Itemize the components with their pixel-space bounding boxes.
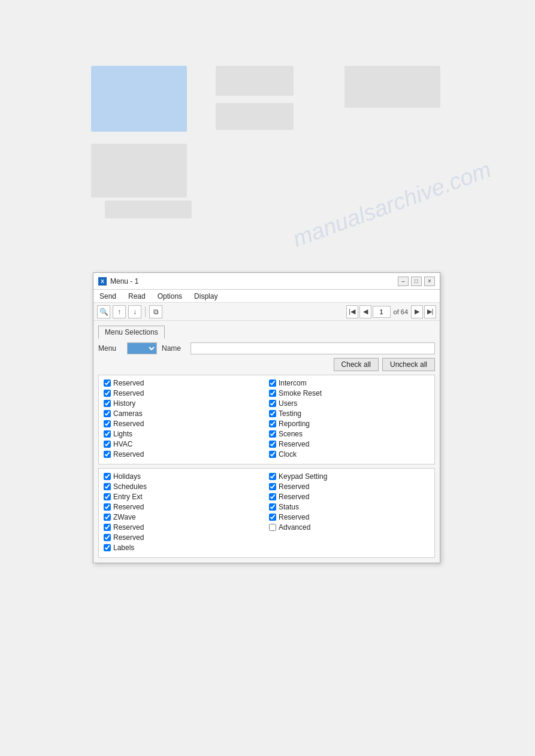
menu-read[interactable]: Read xyxy=(126,291,148,302)
title-bar: X Menu - 1 – □ × xyxy=(93,273,440,290)
bg-placeholder-1 xyxy=(91,66,187,132)
cb-entry-ext[interactable]: Entry Ext xyxy=(104,493,264,501)
cb-zwave[interactable]: ZWave xyxy=(104,513,264,521)
menu-select[interactable] xyxy=(127,342,157,354)
nav-next-button[interactable]: ▶ xyxy=(411,305,423,318)
cb-reporting[interactable]: Reporting xyxy=(269,420,430,428)
cb-reserved-3[interactable]: Reserved xyxy=(104,420,264,428)
upload-button[interactable]: ↑ xyxy=(113,305,126,318)
nav-prev-button[interactable]: ◀ xyxy=(359,305,371,318)
bg-placeholder-2 xyxy=(216,66,294,96)
cb-lights[interactable]: Lights xyxy=(104,430,264,438)
cb-intercom[interactable]: Intercom xyxy=(269,379,430,387)
checkbox-columns-1: Reserved Reserved History Cameras Reserv… xyxy=(104,379,430,460)
toolbar-sep-1 xyxy=(145,306,146,317)
checkbox-group-1: Reserved Reserved History Cameras Reserv… xyxy=(98,375,435,464)
menu-send[interactable]: Send xyxy=(97,291,119,302)
main-window: X Menu - 1 – □ × Send Read Options Displ… xyxy=(93,272,440,563)
cb-reserved-1[interactable]: Reserved xyxy=(104,379,264,387)
check-all-button[interactable]: Check all xyxy=(334,358,379,371)
cb-users[interactable]: Users xyxy=(269,399,430,408)
bg-placeholder-5 xyxy=(91,144,187,198)
checkbox-columns-2: Holidays Schedules Entry Ext Reserved ZW… xyxy=(104,472,430,554)
cb-history[interactable]: History xyxy=(104,399,264,408)
download-button[interactable]: ↓ xyxy=(128,305,141,318)
cb-reserved-11[interactable]: Reserved xyxy=(269,513,430,521)
cb-advanced[interactable]: Advanced xyxy=(269,523,430,532)
cb-reserved-2[interactable]: Reserved xyxy=(104,389,264,397)
cb-keypad-setting[interactable]: Keypad Setting xyxy=(269,472,430,481)
nav-last-button[interactable]: ▶| xyxy=(424,305,436,318)
window-controls: – □ × xyxy=(398,277,435,286)
cb-clock[interactable]: Clock xyxy=(269,450,430,459)
cb-labels[interactable]: Labels xyxy=(104,544,264,552)
checkbox-col-2-right: Keypad Setting Reserved Reserved Status … xyxy=(269,472,430,554)
form-row: Menu Name xyxy=(98,342,435,354)
cb-holidays[interactable]: Holidays xyxy=(104,472,264,481)
close-button[interactable]: × xyxy=(424,277,435,286)
bg-placeholder-6 xyxy=(105,201,192,218)
maximize-button[interactable]: □ xyxy=(411,277,422,286)
content-area: Menu Selections Menu Name Check all Unch… xyxy=(93,321,440,563)
minimize-button[interactable]: – xyxy=(398,277,409,286)
page-of-label: of 64 xyxy=(394,308,408,315)
copy-button[interactable]: ⧉ xyxy=(149,305,162,318)
toolbar: 🔍 ↑ ↓ ⧉ |◀ ◀ of 64 ▶ ▶| xyxy=(93,303,440,321)
page-number-input[interactable] xyxy=(373,306,391,318)
window-title: Menu - 1 xyxy=(110,277,398,286)
toolbar-nav: |◀ ◀ of 64 ▶ ▶| xyxy=(346,305,436,318)
cb-testing[interactable]: Testing xyxy=(269,409,430,418)
cb-status[interactable]: Status xyxy=(269,503,430,511)
cb-cameras[interactable]: Cameras xyxy=(104,409,264,418)
name-label: Name xyxy=(162,344,186,353)
cb-hvac[interactable]: HVAC xyxy=(104,440,264,448)
app-icon: X xyxy=(98,277,107,286)
watermark: manualsarchive.com xyxy=(289,157,494,253)
cb-scenes[interactable]: Scenes xyxy=(269,430,430,438)
cb-reserved-10[interactable]: Reserved xyxy=(269,493,430,501)
bg-placeholder-3 xyxy=(344,66,440,108)
cb-reserved-7[interactable]: Reserved xyxy=(104,523,264,532)
button-row: Check all Uncheck all xyxy=(98,358,435,371)
name-input[interactable] xyxy=(191,342,435,354)
checkbox-col-1-right: Intercom Smoke Reset Users Testing Repor… xyxy=(269,379,430,460)
checkbox-group-2: Holidays Schedules Entry Ext Reserved ZW… xyxy=(98,468,435,558)
menu-bar: Send Read Options Display xyxy=(93,290,440,303)
cb-reserved-9[interactable]: Reserved xyxy=(269,482,430,491)
menu-options[interactable]: Options xyxy=(155,291,185,302)
search-button[interactable]: 🔍 xyxy=(97,305,110,318)
bg-placeholder-4 xyxy=(216,103,294,130)
menu-display[interactable]: Display xyxy=(192,291,220,302)
checkbox-col-1-left: Reserved Reserved History Cameras Reserv… xyxy=(104,379,264,460)
cb-reserved-4[interactable]: Reserved xyxy=(104,450,264,459)
cb-schedules[interactable]: Schedules xyxy=(104,482,264,491)
nav-first-button[interactable]: |◀ xyxy=(346,305,358,318)
tab-bar: Menu Selections xyxy=(98,326,435,339)
cb-reserved-6[interactable]: Reserved xyxy=(104,503,264,511)
uncheck-all-button[interactable]: Uncheck all xyxy=(382,358,435,371)
menu-label: Menu xyxy=(98,344,122,353)
checkbox-col-2-left: Holidays Schedules Entry Ext Reserved ZW… xyxy=(104,472,264,554)
cb-smoke-reset[interactable]: Smoke Reset xyxy=(269,389,430,397)
tab-menu-selections[interactable]: Menu Selections xyxy=(98,326,165,339)
cb-reserved-8[interactable]: Reserved xyxy=(104,533,264,542)
cb-reserved-5[interactable]: Reserved xyxy=(269,440,430,448)
